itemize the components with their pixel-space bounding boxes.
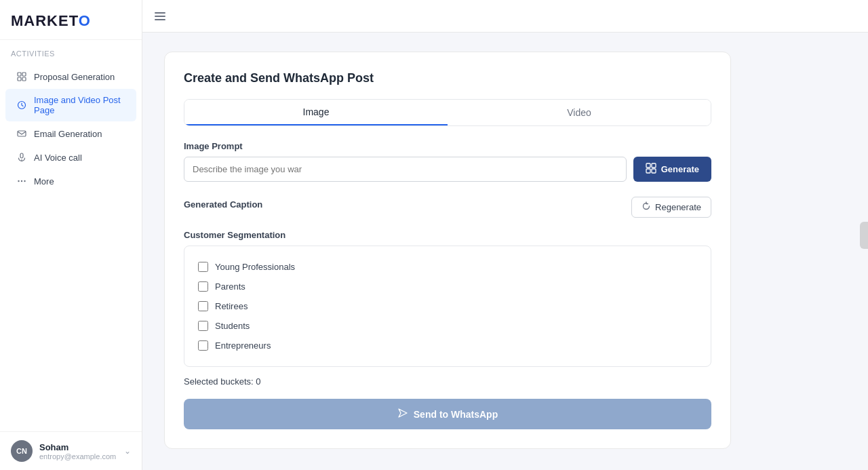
generate-button[interactable]: Generate bbox=[633, 157, 711, 182]
image-prompt-label: Image Prompt bbox=[184, 141, 711, 151]
svg-rect-14 bbox=[646, 163, 650, 168]
label-young-professionals[interactable]: Young Professionals bbox=[215, 262, 295, 272]
svg-rect-2 bbox=[18, 77, 21, 81]
sidebar-item-ai-voice-call[interactable]: AI Voice call bbox=[5, 146, 136, 169]
regenerate-label: Regenerate bbox=[655, 202, 701, 212]
avatar: CN bbox=[11, 440, 33, 462]
customer-segmentation-label: Customer Segmentation bbox=[184, 230, 711, 240]
scrollbar-hint bbox=[860, 222, 868, 249]
svg-point-9 bbox=[21, 180, 22, 182]
sidebar-item-proposal-generation[interactable]: Proposal Generation bbox=[5, 65, 136, 88]
svg-rect-1 bbox=[22, 73, 26, 76]
tab-video[interactable]: Video bbox=[448, 100, 711, 125]
label-students[interactable]: Students bbox=[215, 321, 250, 331]
sidebar-item-email-generation[interactable]: Email Generation bbox=[5, 122, 136, 145]
checkbox-entrepreneurs[interactable] bbox=[198, 340, 208, 351]
segmentation-options: Young Professionals Parents Retirees Stu… bbox=[184, 246, 711, 367]
chevron-down-icon: ⌄ bbox=[124, 446, 131, 456]
list-item: Parents bbox=[198, 277, 697, 296]
image-generate-icon bbox=[646, 163, 656, 176]
list-item: Students bbox=[198, 316, 697, 336]
prompt-row: Generate bbox=[184, 157, 711, 182]
send-label: Send to WhatsApp bbox=[414, 409, 498, 420]
svg-rect-3 bbox=[22, 77, 26, 81]
svg-rect-15 bbox=[652, 163, 656, 168]
regenerate-button[interactable]: Regenerate bbox=[631, 197, 711, 218]
checkbox-young-professionals[interactable] bbox=[198, 262, 208, 272]
topbar bbox=[142, 0, 868, 33]
svg-rect-12 bbox=[155, 16, 165, 17]
svg-rect-5 bbox=[18, 131, 26, 136]
svg-rect-17 bbox=[652, 169, 656, 173]
sidebar-item-label: More bbox=[34, 176, 54, 187]
svg-rect-13 bbox=[155, 19, 165, 20]
user-info: Soham entropy@example.com bbox=[39, 442, 117, 461]
brand-name-prefix: MARKET bbox=[11, 12, 79, 29]
list-item: Entrepreneurs bbox=[198, 336, 697, 355]
caption-row: Generated Caption Regenerate bbox=[184, 197, 711, 218]
sidebar-item-label: AI Voice call bbox=[34, 153, 82, 163]
svg-rect-0 bbox=[18, 73, 21, 76]
image-prompt-input[interactable] bbox=[184, 157, 627, 182]
checkbox-retirees[interactable] bbox=[198, 301, 208, 311]
generate-label: Generate bbox=[661, 164, 699, 174]
sidebar-item-image-video-post[interactable]: Image and Video Post Page bbox=[5, 89, 136, 121]
clock-icon bbox=[16, 100, 27, 111]
checkbox-parents[interactable] bbox=[198, 281, 208, 292]
sidebar-item-label: Email Generation bbox=[34, 129, 102, 139]
email-icon bbox=[16, 128, 27, 139]
tab-image[interactable]: Image bbox=[184, 100, 448, 125]
label-parents[interactable]: Parents bbox=[215, 281, 245, 292]
mic-icon bbox=[16, 152, 27, 163]
post-type-tabs: Image Video bbox=[184, 99, 711, 126]
sidebar-section-label: Activities bbox=[0, 40, 142, 62]
selected-buckets-count: Selected buckets: 0 bbox=[184, 376, 711, 387]
send-icon bbox=[397, 408, 408, 420]
svg-rect-16 bbox=[646, 169, 650, 173]
list-item: Retirees bbox=[198, 296, 697, 316]
svg-rect-11 bbox=[155, 12, 165, 14]
list-item: Young Professionals bbox=[198, 257, 697, 277]
card-title: Create and Send WhatsApp Post bbox=[184, 71, 711, 85]
user-email: entropy@example.com bbox=[39, 452, 117, 461]
svg-point-8 bbox=[18, 180, 19, 182]
regenerate-icon bbox=[642, 201, 651, 213]
sidebar: MARKETO Activities Proposal Generation bbox=[0, 0, 142, 470]
sidebar-toggle-button[interactable] bbox=[153, 9, 167, 23]
user-profile[interactable]: CN Soham entropy@example.com ⌄ bbox=[0, 431, 142, 470]
sidebar-item-more[interactable]: More bbox=[5, 170, 136, 193]
svg-rect-6 bbox=[20, 153, 23, 158]
label-retirees[interactable]: Retirees bbox=[215, 301, 248, 311]
svg-point-10 bbox=[24, 180, 25, 182]
send-to-whatsapp-button[interactable]: Send to WhatsApp bbox=[184, 399, 711, 429]
main-card: Create and Send WhatsApp Post Image Vide… bbox=[164, 52, 731, 449]
logo: MARKETO bbox=[0, 0, 142, 40]
grid-icon bbox=[16, 71, 27, 82]
user-name: Soham bbox=[39, 442, 117, 452]
label-entrepreneurs[interactable]: Entrepreneurs bbox=[215, 340, 271, 351]
checkbox-students[interactable] bbox=[198, 321, 208, 331]
sidebar-nav: Proposal Generation Image and Video Post… bbox=[0, 62, 142, 431]
page-content: Create and Send WhatsApp Post Image Vide… bbox=[142, 33, 753, 468]
sidebar-item-label: Image and Video Post Page bbox=[34, 95, 125, 115]
sidebar-item-label: Proposal Generation bbox=[34, 72, 115, 82]
generated-caption-label: Generated Caption bbox=[184, 199, 262, 210]
brand-name-suffix: O bbox=[79, 12, 91, 29]
dots-icon bbox=[16, 176, 27, 187]
main-content: Create and Send WhatsApp Post Image Vide… bbox=[142, 0, 868, 470]
